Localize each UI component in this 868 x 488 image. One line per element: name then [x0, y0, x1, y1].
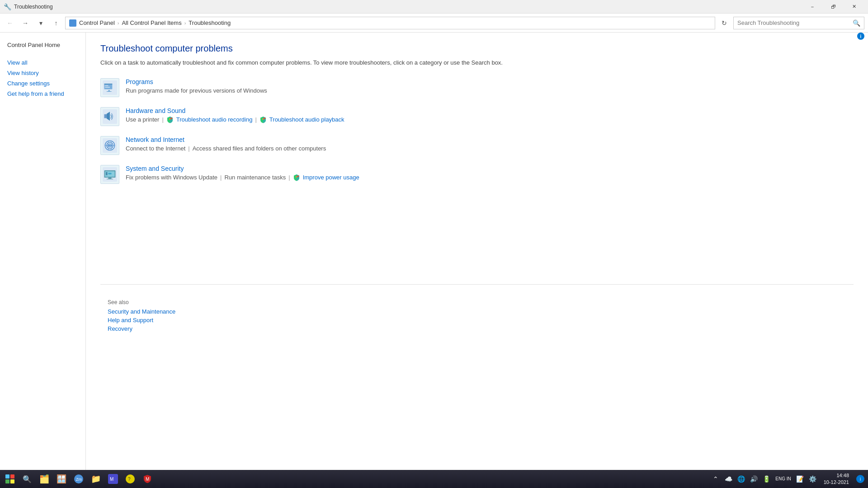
troubleshoot-audio-play-link[interactable]: Troubleshoot audio playback	[269, 116, 344, 123]
svg-text:?: ?	[128, 477, 131, 482]
sep1: |	[162, 116, 163, 123]
notification-dot: i	[857, 33, 864, 40]
sidebar-item-view-all[interactable]: View all	[0, 57, 85, 68]
connect-internet-link[interactable]: Connect to the Internet	[126, 145, 185, 152]
see-also: See also Security and Maintenance Help a…	[100, 292, 854, 341]
sidebar-section: View all View history Change settings Ge…	[0, 57, 85, 99]
security-maintenance-link[interactable]: Security and Maintenance	[108, 308, 854, 315]
title-bar-icon: 🔧	[4, 3, 11, 10]
recovery-link[interactable]: Recovery	[108, 325, 854, 332]
content-main: Troubleshoot computer problems Click on …	[100, 43, 854, 284]
tray-notes[interactable]: 📝	[795, 471, 806, 487]
sidebar-item-get-help[interactable]: Get help from a friend	[0, 89, 85, 99]
taskbar-app1[interactable]: M	[105, 471, 121, 487]
forward-button[interactable]: →	[19, 17, 32, 29]
page-description: Click on a task to automatically trouble…	[100, 58, 854, 67]
content-area: Troubleshoot computer problems Click on …	[86, 33, 868, 470]
taskbar-app3[interactable]: M	[139, 471, 156, 487]
svg-text:Zm: Zm	[76, 477, 82, 482]
troubleshoot-audio-rec-link[interactable]: Troubleshoot audio recording	[176, 116, 253, 123]
category-hardware: Hardware and Sound Use a printer | Troub…	[100, 107, 854, 126]
taskbar-file-explorer[interactable]: 🗂️	[36, 471, 52, 487]
title-bar-left: 🔧 Troubleshooting	[4, 3, 53, 10]
access-shared-link[interactable]: Access shared files and folders on other…	[193, 145, 326, 152]
shield-icon-1	[166, 116, 174, 123]
breadcrumb-icon	[69, 19, 76, 27]
start-button[interactable]	[2, 471, 18, 487]
fix-windows-update-link[interactable]: Fix problems with Windows Update	[126, 174, 217, 181]
close-button[interactable]: ✕	[844, 0, 864, 14]
tray-power[interactable]: 🔋	[761, 471, 772, 487]
use-printer-link[interactable]: Use a printer	[126, 116, 159, 123]
taskbar-search-button[interactable]: 🔍	[19, 471, 35, 487]
see-also-title: See also	[108, 299, 854, 305]
page-title: Troubleshoot computer problems	[100, 43, 854, 54]
minimize-button[interactable]: −	[802, 0, 823, 14]
system-title[interactable]: System and Security	[126, 165, 854, 172]
recent-locations-button[interactable]: ▾	[34, 17, 47, 29]
hardware-info: Hardware and Sound Use a printer | Troub…	[126, 107, 854, 123]
sidebar-item-control-panel-home[interactable]: Control Panel Home	[0, 40, 85, 50]
breadcrumb-sep2: ›	[184, 20, 186, 26]
tray-lang[interactable]: ENG IN	[774, 476, 793, 482]
search-input[interactable]	[737, 19, 850, 26]
taskbar-clock[interactable]: 14:48 10-12-2021	[820, 472, 853, 486]
system-info: System and Security Fix problems with Wi…	[126, 165, 854, 181]
tray-chevron[interactable]: ⌃	[710, 471, 721, 487]
tray-settings[interactable]: ⚙️	[807, 471, 818, 487]
sep4: |	[220, 174, 222, 181]
svg-rect-8	[104, 114, 107, 118]
taskbar-store[interactable]: 🪟	[53, 471, 70, 487]
svg-rect-24	[108, 178, 111, 179]
svg-rect-2	[104, 84, 113, 84]
breadcrumb-sep1: ›	[118, 20, 119, 26]
search-box[interactable]: 🔍	[733, 17, 864, 29]
tray-cloud[interactable]: ☁️	[723, 471, 734, 487]
programs-title[interactable]: Programs	[126, 78, 854, 85]
taskbar-zoom[interactable]: Zm	[71, 471, 87, 487]
taskbar-yellow-folder[interactable]: 📁	[88, 471, 104, 487]
taskbar-app2[interactable]: ?	[122, 471, 138, 487]
breadcrumb-part3: Troubleshooting	[189, 19, 231, 26]
sidebar-item-change-settings[interactable]: Change settings	[0, 78, 85, 89]
refresh-button[interactable]: ↻	[718, 17, 731, 29]
shield-icon-3	[293, 174, 300, 181]
sidebar: Control Panel Home View all View history…	[0, 33, 86, 470]
svg-rect-26	[106, 172, 108, 175]
tray-notification[interactable]: i	[856, 475, 864, 483]
up-button[interactable]: ↑	[50, 17, 62, 29]
hardware-title[interactable]: Hardware and Sound	[126, 107, 854, 114]
programs-info: Programs Run programs made for previous …	[126, 78, 854, 94]
programs-icon	[100, 78, 119, 97]
network-links: Connect to the Internet | Access shared …	[126, 145, 854, 152]
svg-rect-5	[108, 90, 110, 91]
svg-rect-11	[169, 118, 170, 120]
network-title[interactable]: Network and Internet	[126, 136, 854, 143]
address-box[interactable]: Control Panel › All Control Panel Items …	[65, 17, 715, 29]
improve-power-link[interactable]: Improve power usage	[303, 174, 359, 181]
hardware-links: Use a printer | Troubleshoot audio recor…	[126, 116, 854, 123]
see-also-section: See also Security and Maintenance Help a…	[100, 284, 854, 341]
search-icon: 🔍	[853, 19, 860, 27]
svg-point-28	[297, 175, 299, 177]
tray-network[interactable]: 🌐	[736, 471, 746, 487]
taskbar: 🔍 🗂️ 🪟 Zm 📁 M ? M ⌃ ☁️ 🌐 🔊 🔋 ENG IN 📝	[0, 470, 868, 488]
category-system: System and Security Fix problems with Wi…	[100, 165, 854, 184]
network-info: Network and Internet Connect to the Inte…	[126, 136, 854, 152]
restore-button[interactable]: 🗗	[823, 0, 844, 14]
help-support-link[interactable]: Help and Support	[108, 317, 854, 324]
run-maintenance-link[interactable]: Run maintenance tasks	[224, 174, 286, 181]
sep3: |	[188, 145, 189, 152]
sidebar-item-view-history[interactable]: View history	[0, 68, 85, 78]
run-programs-link[interactable]: Run programs made for previous versions …	[126, 87, 267, 94]
tray-speaker[interactable]: 🔊	[748, 471, 759, 487]
svg-text:M: M	[146, 477, 149, 482]
category-network: Network and Internet Connect to the Inte…	[100, 136, 854, 155]
back-button[interactable]: ←	[4, 17, 16, 29]
title-bar: 🔧 Troubleshooting − 🗗 ✕	[0, 0, 868, 14]
taskbar-tray: ⌃ ☁️ 🌐 🔊 🔋 ENG IN 📝 ⚙️ 14:48 10-12-2021 …	[710, 471, 866, 487]
svg-point-12	[264, 117, 265, 119]
content-spacer	[100, 194, 854, 284]
network-icon	[100, 136, 119, 155]
category-programs: Programs Run programs made for previous …	[100, 78, 854, 97]
